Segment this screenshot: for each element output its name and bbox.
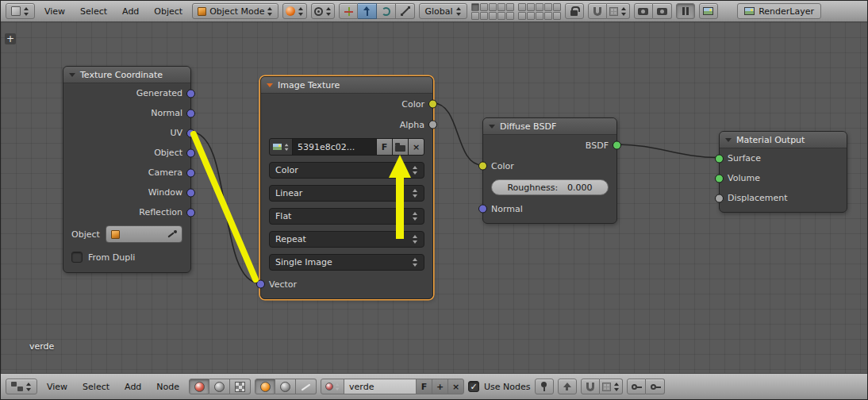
layer-button[interactable] (471, 3, 479, 11)
layer-button[interactable] (553, 3, 561, 11)
layer-button[interactable] (553, 12, 561, 20)
world-shader-button[interactable] (275, 379, 296, 394)
shader-nodes-button[interactable] (189, 379, 209, 394)
pause-button[interactable] (676, 3, 695, 19)
layer-button[interactable] (480, 3, 488, 11)
snap-mode-dropdown[interactable] (600, 379, 623, 394)
layer-button[interactable] (489, 12, 497, 20)
socket-object-output[interactable] (186, 148, 195, 157)
socket-normal-input[interactable] (478, 205, 487, 213)
rotate-manipulator-toggle[interactable] (377, 3, 396, 19)
menu-select[interactable]: Select (77, 379, 115, 394)
keyframe-clear-button[interactable] (646, 379, 665, 394)
node-header[interactable]: Diffuse BSDF (483, 118, 616, 135)
layer-button[interactable] (489, 3, 497, 11)
layer-button[interactable] (518, 3, 526, 11)
socket-color-output[interactable] (428, 100, 437, 109)
manipulator-axis-toggle[interactable] (339, 3, 358, 19)
menu-add[interactable]: Add (117, 4, 144, 19)
layer-button[interactable] (506, 3, 514, 11)
node-image-texture[interactable]: Image Texture Color Alpha 5391e8c02... F (260, 76, 433, 299)
browse-image-dropdown[interactable] (269, 138, 293, 156)
editor-type-button[interactable] (6, 379, 37, 394)
socket-surface-input[interactable] (715, 154, 724, 163)
menu-object[interactable]: Object (148, 4, 188, 19)
layer-button[interactable] (527, 3, 535, 11)
interpolation-dropdown[interactable]: Linear (269, 185, 424, 202)
node-header[interactable]: Texture Coordinate (63, 67, 190, 83)
pivot-point-dropdown[interactable] (311, 3, 335, 19)
object-field[interactable] (106, 225, 182, 243)
object-shader-button[interactable] (255, 379, 275, 394)
new-material-button[interactable] (432, 379, 448, 394)
socket-bsdf-output[interactable] (613, 141, 621, 150)
color-space-dropdown[interactable]: Color (269, 162, 424, 179)
layer-button[interactable] (497, 12, 505, 20)
linestyle-shader-button[interactable] (296, 379, 317, 394)
scale-manipulator-toggle[interactable] (396, 3, 415, 19)
socket-displacement-input[interactable] (715, 194, 724, 202)
layer-button[interactable] (471, 12, 479, 20)
material-name-field[interactable]: verde (344, 379, 417, 394)
layer-button[interactable] (527, 12, 535, 20)
socket-window-output[interactable] (186, 188, 195, 197)
unlink-material-button[interactable] (447, 379, 464, 394)
collapse-triangle-icon[interactable] (267, 83, 273, 87)
layer-button[interactable] (536, 3, 543, 11)
socket-uv-output[interactable] (186, 129, 195, 137)
layer-button[interactable] (518, 12, 526, 20)
compositing-nodes-button[interactable] (209, 379, 230, 394)
translate-manipulator-toggle[interactable] (358, 3, 377, 19)
layer-button[interactable] (536, 12, 543, 20)
browse-material-dropdown[interactable] (321, 379, 344, 394)
fake-user-button[interactable]: F (416, 379, 432, 394)
layer-button[interactable] (544, 12, 552, 20)
socket-normal-output[interactable] (186, 109, 195, 117)
opengl-render-button[interactable] (634, 3, 653, 19)
snap-element-dropdown[interactable] (607, 3, 630, 19)
unlink-image-button[interactable] (408, 138, 424, 156)
render-image-button[interactable] (699, 3, 718, 19)
snap-magnet-button[interactable] (581, 379, 600, 394)
lock-to-scene-button[interactable] (565, 3, 584, 19)
collapse-triangle-icon[interactable] (69, 73, 75, 77)
snap-magnet-button[interactable] (588, 3, 607, 19)
node-editor-canvas[interactable]: Texture Coordinate Generated Normal UV O… (1, 22, 867, 374)
use-nodes-toggle[interactable]: Use Nodes (468, 381, 531, 392)
layer-button[interactable] (497, 3, 505, 11)
socket-volume-input[interactable] (715, 174, 724, 183)
menu-add[interactable]: Add (119, 379, 147, 394)
projection-dropdown[interactable]: Flat (269, 208, 424, 225)
region-expand-icon[interactable] (5, 33, 16, 44)
opengl-render-anim-button[interactable] (653, 3, 672, 19)
menu-view[interactable]: View (41, 379, 73, 394)
viewport-shading-dropdown[interactable] (282, 3, 307, 19)
menu-view[interactable]: View (39, 4, 71, 19)
eyedropper-icon[interactable] (167, 229, 177, 239)
socket-camera-output[interactable] (186, 168, 195, 177)
node-diffuse-bsdf[interactable]: Diffuse BSDF BSDF Color Roughness: 0.000… (482, 117, 617, 224)
transform-orientation-dropdown[interactable]: Global (419, 3, 467, 19)
socket-vector-input[interactable] (256, 280, 265, 289)
layer-button[interactable] (480, 12, 488, 20)
collapse-triangle-icon[interactable] (725, 138, 732, 142)
image-name-field[interactable]: 5391e8c02... (292, 138, 377, 156)
collapse-triangle-icon[interactable] (489, 125, 495, 129)
extension-dropdown[interactable]: Repeat (269, 231, 424, 248)
socket-generated-output[interactable] (186, 89, 195, 98)
node-material-output[interactable]: Material Output Surface Volume Displacem… (719, 131, 847, 213)
mode-dropdown[interactable]: Object Mode (192, 3, 278, 19)
texture-nodes-button[interactable] (230, 379, 251, 394)
parent-tree-button[interactable] (558, 379, 577, 394)
editor-type-button[interactable] (6, 3, 35, 19)
layer-button[interactable] (544, 3, 552, 11)
pin-button[interactable] (535, 379, 554, 394)
socket-color-input[interactable] (478, 162, 487, 171)
roughness-slider[interactable]: Roughness: 0.000 (491, 179, 609, 195)
menu-select[interactable]: Select (75, 4, 113, 19)
renderlayer-dropdown[interactable]: RenderLayer (737, 3, 821, 19)
from-dupli-checkbox[interactable] (71, 252, 83, 263)
socket-alpha-output[interactable] (428, 121, 437, 129)
source-dropdown[interactable]: Single Image (269, 254, 424, 271)
open-image-button[interactable] (392, 138, 409, 156)
